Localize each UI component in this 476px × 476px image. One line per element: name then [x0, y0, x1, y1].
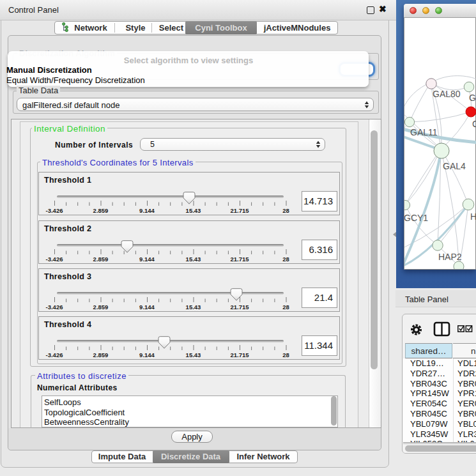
- svg-text:GAL4: GAL4: [443, 161, 466, 171]
- svg-text:GAL11: GAL11: [410, 127, 438, 137]
- svg-text:GCY1: GCY1: [404, 213, 428, 223]
- svg-text:HAP2: HAP2: [438, 252, 462, 262]
- svg-text:GA: GA: [469, 93, 476, 103]
- svg-text:H: H: [470, 211, 476, 222]
- svg-text:C: C: [472, 119, 476, 129]
- svg-text:GAL80: GAL80: [433, 89, 461, 99]
